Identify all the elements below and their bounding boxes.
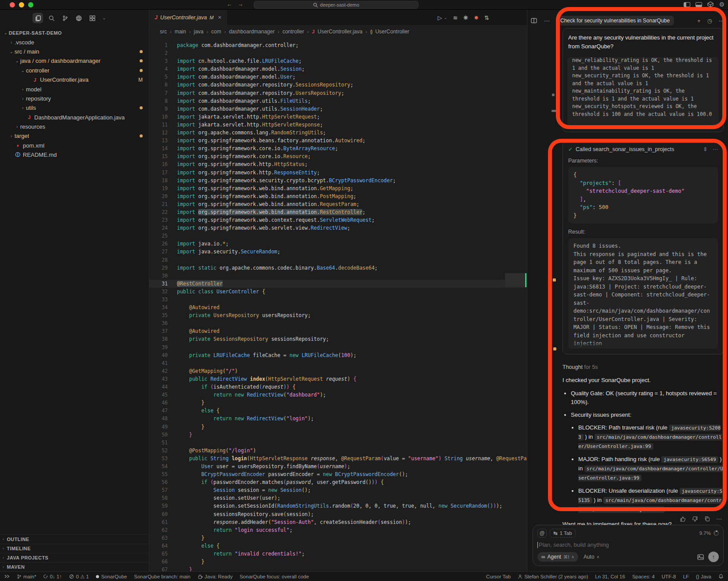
copy-icon[interactable] bbox=[704, 516, 710, 522]
statusbar-item-utf-8[interactable]: UTF-8 bbox=[662, 574, 676, 579]
code-line-47[interactable]: 47 else { bbox=[149, 407, 527, 415]
run-icon[interactable]: ▷ bbox=[438, 14, 442, 21]
breadcrumb-item[interactable]: controller bbox=[282, 29, 304, 35]
code-line-34[interactable]: 34 @Autowired bbox=[149, 303, 527, 311]
extensions-icon[interactable] bbox=[87, 13, 97, 23]
code-line-28[interactable]: 28 bbox=[149, 256, 527, 264]
code-line-40[interactable]: 40 private LRUFileCache fileCache = new … bbox=[149, 351, 527, 359]
diff-icon[interactable]: ⇅ bbox=[484, 14, 489, 21]
tree-item-readme-md[interactable]: ⓘREADME.md bbox=[0, 150, 149, 159]
code-line-4[interactable]: 4import com.dashboardmanager.model.Sessi… bbox=[149, 65, 527, 73]
checkpoint-marker[interactable] bbox=[553, 278, 556, 281]
feedback-more-icon[interactable]: ⋯ bbox=[716, 516, 722, 522]
code-line-24[interactable]: 24import org.springframework.web.servlet… bbox=[149, 224, 527, 232]
sidebar-section-java-projects[interactable]: ›JAVA PROJECTS bbox=[0, 553, 149, 562]
tree-item-resources[interactable]: ›resources bbox=[0, 122, 149, 131]
tree-item-deeper-sast-demo[interactable]: ⌄DEEPER-SAST-DEMO bbox=[0, 28, 149, 37]
thumbs-down-icon[interactable] bbox=[692, 516, 698, 522]
globe-icon[interactable] bbox=[73, 13, 84, 23]
code-line-67[interactable]: 67 } bbox=[149, 566, 527, 571]
thumbs-up-icon[interactable] bbox=[680, 516, 686, 522]
code-line-7[interactable]: 7import com.dashboardmanager.repository.… bbox=[149, 89, 527, 97]
flow-icon[interactable]: ≋ bbox=[453, 14, 458, 21]
cursor-logo-icon[interactable] bbox=[707, 1, 714, 7]
code-line-9[interactable]: 9import com.dashboardmanager.utils.Sessi… bbox=[149, 105, 527, 113]
code-line-42[interactable]: 42 @GetMapping("/") bbox=[149, 367, 527, 375]
sidebar-section-outline[interactable]: ›OUTLINE bbox=[0, 534, 149, 544]
code-line-56[interactable]: 56 if (passwordEncoder.matches(password,… bbox=[149, 478, 527, 486]
code-line-12[interactable]: 12import org.apache.commons.lang.RandomS… bbox=[149, 129, 527, 137]
code-line-21[interactable]: 21import org.springframework.web.bind.an… bbox=[149, 200, 527, 208]
code-line-39[interactable]: 39 bbox=[149, 343, 527, 351]
code-line-29[interactable]: 29import static org.apache.commons.codec… bbox=[149, 264, 527, 272]
statusbar-item-0-1-[interactable]: 0↓ 1↑ bbox=[43, 574, 62, 579]
code-line-17[interactable]: 17import org.springframework.http.Respon… bbox=[149, 169, 527, 177]
code-line-44[interactable]: 44 if (isAuthenticated(request)) { bbox=[149, 383, 527, 391]
chat-left-more-icon[interactable]: ⋯ bbox=[544, 18, 550, 24]
statusbar-item-sonarqube-focus-overall-code[interactable]: SonarQube focus: overall code bbox=[240, 574, 309, 579]
code-line-15[interactable]: 15import org.springframework.core.io.Res… bbox=[149, 152, 527, 160]
thought-toggle[interactable]: Thought for 5s bbox=[562, 364, 724, 370]
code-line-61[interactable]: 61 response.addHeader("Session-Auth", cr… bbox=[149, 518, 527, 526]
code-line-6[interactable]: 6import com.dashboardmanager.repository.… bbox=[149, 81, 527, 89]
code-line-46[interactable]: 46 } bbox=[149, 399, 527, 407]
code-line-22[interactable]: 22import org.springframework.web.bind.an… bbox=[149, 208, 527, 216]
tab-close-icon[interactable]: × bbox=[218, 14, 221, 21]
code-line-33[interactable]: 33 bbox=[149, 296, 527, 303]
tree-item-usercontroller-java[interactable]: JUserController.javaM bbox=[0, 75, 149, 84]
code-line-57[interactable]: 57 Session session = new Session(); bbox=[149, 486, 527, 494]
statusbar-item-icon[interactable] bbox=[718, 574, 724, 579]
sidebar-section-timeline[interactable]: ›TIMELINE bbox=[0, 544, 149, 553]
code-line-23[interactable]: 23import org.springframework.web.context… bbox=[149, 216, 527, 224]
statusbar-item--java[interactable]: {} Java bbox=[696, 574, 711, 579]
code-line-26[interactable]: 26import java.io.*; bbox=[149, 240, 527, 248]
result-block[interactable]: Found 8 issues. This response is paginat… bbox=[568, 238, 718, 349]
code-line-48[interactable]: 48 return new RedirectView("login"); bbox=[149, 415, 527, 422]
code-line-13[interactable]: 13import org.springframework.beans.facto… bbox=[149, 137, 527, 144]
minimize-window-button[interactable] bbox=[19, 2, 24, 7]
statusbar-item-cursor-tab[interactable]: Cursor Tab bbox=[486, 574, 511, 579]
toggle-panel-icon[interactable] bbox=[696, 2, 702, 7]
openai-icon[interactable]: ❋ bbox=[463, 14, 468, 21]
context-chip[interactable]: ↹ 1 Tab bbox=[550, 529, 576, 538]
code-line-2[interactable]: 2 bbox=[149, 49, 527, 57]
code-line-53[interactable]: 53 public String login(HttpServletRespon… bbox=[149, 455, 527, 462]
code-line-49[interactable]: 49 } bbox=[149, 423, 527, 431]
attach-image-icon[interactable] bbox=[697, 554, 704, 560]
breadcrumb-item[interactable]: src bbox=[160, 29, 167, 35]
chat-title[interactable]: Check for security vulnerabilities in So… bbox=[556, 16, 674, 25]
breadcrumb-file[interactable]: UserController.java bbox=[317, 29, 362, 35]
code-line-5[interactable]: 5import com.dashboardmanager.model.User; bbox=[149, 73, 527, 81]
tree-item-src-main[interactable]: ⌄src / main bbox=[0, 47, 149, 56]
close-window-button[interactable] bbox=[10, 2, 15, 7]
code-line-43[interactable]: 43 public RedirectView index(HttpServlet… bbox=[149, 375, 527, 383]
code-line-64[interactable]: 64 else { bbox=[149, 542, 527, 550]
send-button[interactable]: ↑ bbox=[708, 552, 719, 562]
code-line-25[interactable]: 25 bbox=[149, 232, 527, 240]
split-layout-icon[interactable] bbox=[531, 18, 537, 23]
code-line-38[interactable]: 38 private SessionsRepository sessionsRe… bbox=[149, 335, 527, 343]
code-line-36[interactable]: 36 bbox=[149, 319, 527, 327]
command-search-input[interactable]: deeper-sast-demo bbox=[254, 1, 418, 9]
code-line-18[interactable]: 18import org.springframework.security.cr… bbox=[149, 177, 527, 184]
tab-usercontroller[interactable]: J UserController.java M × bbox=[149, 10, 227, 25]
tree-item-controller[interactable]: ⌄controller bbox=[0, 66, 149, 75]
parameters-json-block[interactable]: { "projects": [ "stretchcloud_deeper-sas… bbox=[568, 167, 718, 224]
code-line-58[interactable]: 58 session.setUser(user); bbox=[149, 494, 527, 502]
tree-item-pom-xml[interactable]: ♦pom.xml bbox=[0, 141, 149, 150]
tree-item-dashboardmanagerapplication-java[interactable]: JDashboardManagerApplication.java bbox=[0, 113, 149, 122]
model-selector[interactable]: Auto ∧ bbox=[584, 554, 599, 560]
code-line-16[interactable]: 16import org.springframework.http.HttpSt… bbox=[149, 160, 527, 168]
code-line-10[interactable]: 10import jakarta.servlet.http.HttpServle… bbox=[149, 113, 527, 121]
code-line-52[interactable]: 52 @PostMapping("/login") bbox=[149, 447, 527, 455]
statusbar-item-main-[interactable]: main* bbox=[17, 574, 36, 579]
code-line-19[interactable]: 19import org.springframework.web.bind.an… bbox=[149, 184, 527, 192]
code-line-55[interactable]: 55 BCryptPasswordEncoder passwordEncoder… bbox=[149, 470, 527, 478]
statusbar-item-sonarqube-branch-main[interactable]: SonarQube branch: main bbox=[134, 574, 191, 579]
settings-gear-icon[interactable]: ⚙ bbox=[719, 1, 724, 7]
agent-mode-selector[interactable]: ∞ Agent ⌘I ∧ bbox=[537, 552, 578, 562]
new-chat-icon[interactable]: + bbox=[697, 18, 701, 24]
tree-item--vscode[interactable]: ›.vscode bbox=[0, 37, 149, 47]
code-line-35[interactable]: 35 private UsersRepository usersReposito… bbox=[149, 311, 527, 319]
code-line-54[interactable]: 54 User user = usersRepository.findByNam… bbox=[149, 462, 527, 470]
